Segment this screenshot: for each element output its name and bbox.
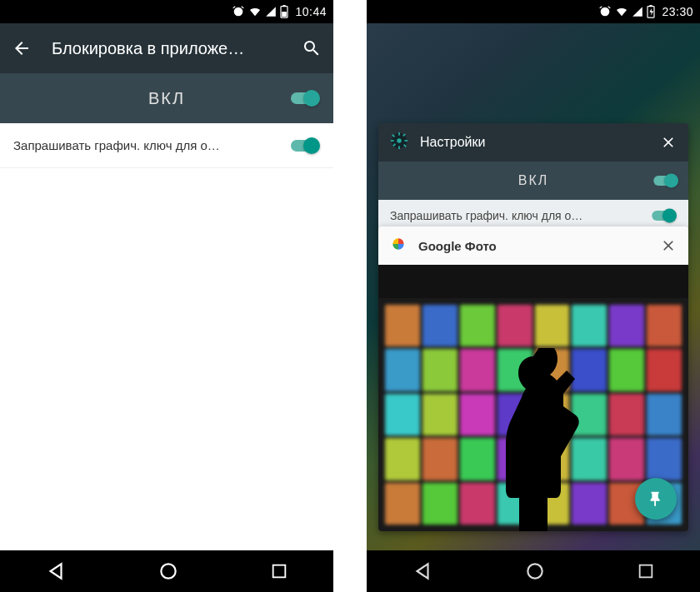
card-preview-topbar <box>378 265 688 298</box>
photo-tile <box>609 305 644 346</box>
close-card-button[interactable] <box>660 237 677 254</box>
photo-tile <box>385 349 420 391</box>
svg-rect-4 <box>272 565 285 578</box>
photo-tile <box>572 305 607 346</box>
photo-tile <box>609 349 644 391</box>
photo-tile <box>422 438 458 480</box>
google-photos-icon <box>390 236 407 256</box>
svg-point-17 <box>528 564 542 578</box>
photo-tile <box>535 305 570 346</box>
cell-signal-icon <box>265 6 277 17</box>
card-preview-body <box>378 265 688 531</box>
status-bar: 23:30 <box>367 0 700 23</box>
photo-tile <box>385 483 420 525</box>
wifi-icon <box>615 5 628 18</box>
status-time: 23:30 <box>662 5 693 18</box>
app-bar: Блокировка в приложе… <box>0 23 333 73</box>
photo-tile <box>385 305 420 346</box>
wifi-icon <box>248 5 262 18</box>
photo-tile <box>422 305 458 346</box>
status-bar: 10:44 <box>0 0 333 23</box>
card-header: Google Фото <box>378 226 688 265</box>
photo-tile <box>498 305 532 346</box>
card-preview-enable-label: ВКЛ <box>518 173 549 188</box>
card-preview-setting-switch <box>651 209 677 223</box>
photo-tile <box>647 305 682 346</box>
nav-home-button[interactable] <box>524 560 546 582</box>
photo-tile <box>609 394 644 435</box>
card-preview-switch <box>652 174 678 188</box>
svg-rect-1 <box>283 5 286 7</box>
svg-point-3 <box>161 564 175 578</box>
svg-rect-2 <box>282 12 288 17</box>
settings-icon <box>390 132 408 153</box>
setting-row-require-pattern[interactable]: Запрашивать графич. ключ для о… <box>0 123 333 168</box>
alarm-icon <box>232 5 245 18</box>
setting-switch[interactable] <box>290 137 320 154</box>
photo-tile <box>422 483 458 525</box>
close-card-button[interactable] <box>660 134 677 151</box>
navigation-bar <box>367 550 700 592</box>
battery-charging-icon <box>647 5 655 18</box>
recents-overview: Настройки ВКЛ Запрашивать графич. ключ д… <box>378 123 688 531</box>
svg-rect-10 <box>398 146 400 149</box>
card-title: Настройки <box>420 135 648 150</box>
photo-tile <box>422 394 458 435</box>
nav-back-button[interactable] <box>45 560 67 582</box>
photo-tile <box>422 349 458 391</box>
navigation-bar <box>0 550 333 592</box>
page-title: Блокировка в приложе… <box>52 39 282 58</box>
status-time: 10:44 <box>295 5 327 18</box>
svg-rect-11 <box>391 140 394 142</box>
cell-signal-icon <box>632 6 643 17</box>
svg-rect-6 <box>650 5 652 7</box>
photo-tile <box>647 438 682 480</box>
search-button[interactable] <box>302 38 322 58</box>
person-silhouette <box>479 348 588 531</box>
alarm-icon <box>598 5 612 18</box>
photo-tile <box>647 349 682 391</box>
svg-rect-12 <box>404 140 408 142</box>
svg-point-8 <box>397 138 402 143</box>
photo-tile <box>609 438 644 480</box>
master-toggle-switch[interactable] <box>290 90 320 107</box>
nav-back-button[interactable] <box>412 560 433 582</box>
recents-card-settings[interactable]: Настройки ВКЛ Запрашивать графич. ключ д… <box>378 123 688 231</box>
card-title: Google Фото <box>418 239 648 253</box>
master-toggle-label: ВКЛ <box>148 89 185 108</box>
battery-icon <box>280 5 288 18</box>
card-preview-setting-label: Запрашивать графич. ключ для о… <box>390 209 647 222</box>
nav-recents-button[interactable] <box>637 562 655 580</box>
photo-tile <box>385 438 420 480</box>
nav-recents-button[interactable] <box>270 562 288 580</box>
nav-home-button[interactable] <box>158 560 179 582</box>
svg-rect-18 <box>639 565 652 578</box>
setting-label: Запрашивать графич. ключ для о… <box>13 138 290 152</box>
recents-card-photos[interactable]: Google Фото <box>378 226 688 531</box>
photo-tile <box>460 305 495 346</box>
back-button[interactable] <box>12 38 32 58</box>
pin-app-button[interactable] <box>635 478 677 520</box>
svg-rect-9 <box>398 132 400 136</box>
card-preview-enable-row: ВКЛ <box>378 162 688 200</box>
photo-tile <box>385 394 420 435</box>
photo-tile <box>647 394 682 435</box>
master-toggle-row[interactable]: ВКЛ <box>0 73 333 123</box>
card-header: Настройки <box>378 123 688 162</box>
photo-stage <box>378 298 688 531</box>
